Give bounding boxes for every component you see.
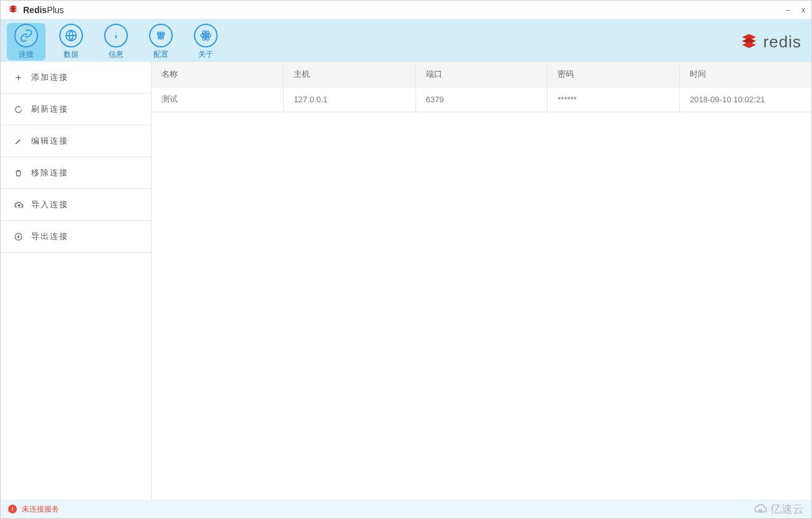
- connection-table: 名称 主机 端口 密码 时间 测试 127.0.0.1 6379 ****** …: [152, 62, 811, 112]
- status-text: 未连接服务: [22, 504, 59, 515]
- app-icon: [7, 4, 19, 16]
- statusbar: 未连接服务 亿速云: [1, 500, 811, 518]
- toolbar-tab-data[interactable]: 数据: [52, 23, 90, 61]
- download-icon: [14, 233, 24, 241]
- connection-table-wrap: 名称 主机 端口 密码 时间 测试 127.0.0.1 6379 ****** …: [152, 62, 811, 500]
- col-host: 主机: [284, 62, 416, 87]
- toolbar-tab-config[interactable]: 配置: [142, 23, 180, 61]
- sidebar-item-label: 刷新连接: [31, 104, 69, 115]
- sidebar-item-label: 编辑连接: [31, 135, 69, 147]
- sliders-icon: [149, 24, 173, 47]
- app-title: RedisPlus: [23, 5, 64, 15]
- title-light: Plus: [47, 5, 64, 15]
- watermark: 亿速云: [754, 502, 804, 517]
- brand-text: redis: [763, 32, 801, 52]
- svg-point-4: [158, 32, 160, 35]
- cell-time: 2018-09-10 10:02:21: [679, 87, 811, 112]
- toolbar-label: 配置: [153, 49, 168, 60]
- sidebar-item-remove[interactable]: 移除连接: [1, 157, 151, 189]
- plus-icon: [14, 74, 24, 82]
- svg-point-9: [205, 34, 207, 37]
- watermark-text: 亿速云: [770, 502, 804, 517]
- close-button[interactable]: x: [801, 6, 805, 14]
- sidebar-item-export[interactable]: 导出连接: [1, 221, 151, 253]
- pencil-icon: [14, 137, 24, 145]
- toolbar: 连接 数据 信息 配置: [1, 19, 811, 62]
- window-controls: – x: [786, 6, 805, 14]
- cloud-upload-icon: [14, 201, 24, 209]
- sidebar: 添加连接 刷新连接 编辑连接 移除连接 导入连接: [1, 62, 152, 500]
- sidebar-item-edit[interactable]: 编辑连接: [1, 125, 151, 157]
- table-header-row: 名称 主机 端口 密码 时间: [152, 62, 811, 87]
- col-password: 密码: [548, 62, 680, 87]
- toolbar-tab-about[interactable]: 关于: [186, 23, 225, 61]
- status-error-icon: [8, 505, 17, 513]
- cell-host: 127.0.0.1: [284, 87, 416, 112]
- trash-icon: [14, 169, 24, 177]
- sidebar-item-add[interactable]: 添加连接: [1, 62, 151, 94]
- sidebar-item-label: 添加连接: [31, 72, 69, 83]
- svg-point-6: [160, 36, 162, 39]
- link-icon: [14, 24, 38, 47]
- sidebar-item-label: 导入连接: [31, 199, 69, 210]
- toolbar-label: 关于: [198, 49, 213, 60]
- cell-port: 6379: [415, 87, 548, 112]
- table-row[interactable]: 测试 127.0.0.1 6379 ****** 2018-09-10 10:0…: [152, 87, 811, 112]
- brand-logo: redis: [738, 32, 801, 52]
- cell-password: ******: [548, 87, 680, 112]
- cell-name: 测试: [152, 87, 284, 112]
- title-strong: Redis: [23, 5, 47, 15]
- atom-icon: [194, 24, 218, 47]
- toolbar-label: 连接: [19, 49, 34, 60]
- toolbar-tab-info[interactable]: 信息: [97, 23, 135, 61]
- col-name: 名称: [152, 62, 284, 87]
- sidebar-item-refresh[interactable]: 刷新连接: [1, 94, 151, 125]
- sidebar-item-label: 移除连接: [31, 167, 69, 178]
- svg-point-8: [162, 32, 165, 35]
- col-time: 时间: [679, 62, 811, 87]
- network-icon: [59, 24, 83, 47]
- info-icon: [104, 24, 128, 47]
- sidebar-item-import[interactable]: 导入连接: [1, 189, 151, 221]
- col-port: 端口: [415, 62, 548, 87]
- toolbar-label: 数据: [64, 49, 79, 60]
- toolbar-label: 信息: [109, 49, 123, 60]
- main-area: 添加连接 刷新连接 编辑连接 移除连接 导入连接: [1, 62, 811, 500]
- titlebar: RedisPlus – x: [1, 1, 811, 19]
- minimize-button[interactable]: –: [786, 6, 790, 14]
- refresh-icon: [14, 105, 24, 114]
- sidebar-item-label: 导出连接: [31, 231, 69, 242]
- toolbar-tab-connection[interactable]: 连接: [7, 23, 46, 61]
- svg-point-16: [759, 510, 761, 512]
